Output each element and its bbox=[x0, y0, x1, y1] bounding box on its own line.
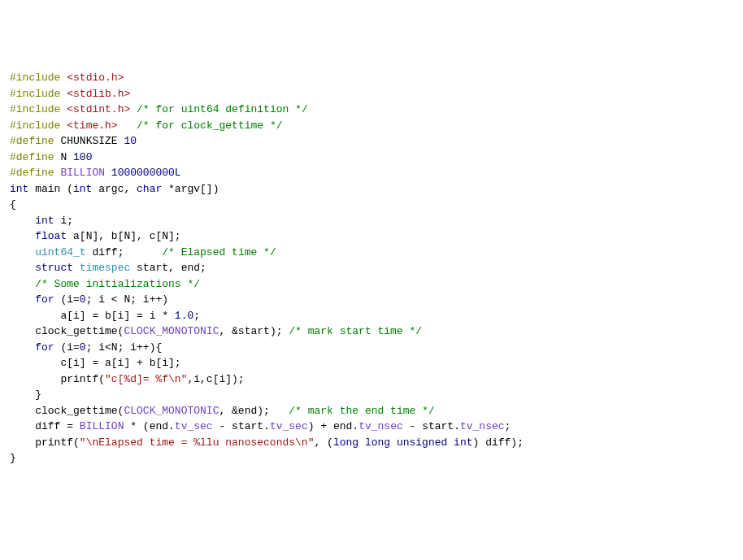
code-token: - start. bbox=[403, 420, 460, 432]
code-line: for (i=0; i<N; i++){ bbox=[10, 340, 733, 356]
code-token: CLOCK_MONOTONIC bbox=[124, 405, 219, 417]
code-token: # bbox=[10, 135, 16, 147]
code-token: 0 bbox=[80, 293, 86, 306]
code-token: /* for uint64 definition */ bbox=[137, 103, 308, 115]
code-token: BILLION bbox=[80, 420, 124, 432]
code-token: include bbox=[16, 72, 61, 84]
code-block: #include <stdio.h>#include <stdlib.h>#in… bbox=[10, 70, 733, 467]
code-line: uint64_t diff; /* Elapsed time */ bbox=[10, 245, 733, 261]
code-token bbox=[118, 119, 137, 132]
code-token: int bbox=[73, 183, 92, 195]
code-token: /* mark the end time */ bbox=[289, 405, 434, 417]
code-token bbox=[105, 167, 111, 179]
code-line: #include <stdlib.h> bbox=[10, 86, 733, 102]
code-token: ; bbox=[193, 310, 200, 322]
code-line: printf("c[%d]= %f\n",i,c[i]); bbox=[10, 371, 733, 388]
code-token: , &start); bbox=[219, 325, 289, 337]
code-token: "c[%d]= %f\n" bbox=[105, 373, 187, 385]
code-token: # bbox=[10, 151, 16, 163]
code-token: int bbox=[35, 215, 54, 227]
code-token: BILLION bbox=[60, 167, 105, 179]
code-token: # bbox=[10, 167, 16, 179]
code-token: define bbox=[16, 135, 54, 147]
code-token: 100 bbox=[73, 151, 92, 163]
code-token: } bbox=[10, 452, 16, 464]
code-token: include bbox=[16, 119, 61, 132]
code-line: #include <stdio.h> bbox=[10, 70, 733, 86]
code-token: define bbox=[16, 167, 54, 179]
code-token: uint64_t bbox=[35, 246, 85, 258]
code-token: 1.0 bbox=[175, 310, 193, 322]
code-token: /* for clock_gettime */ bbox=[137, 119, 282, 132]
code-token: main ( bbox=[28, 183, 73, 195]
code-line: printf("\nElapsed time = %llu nanosecond… bbox=[10, 435, 733, 451]
code-line: { bbox=[10, 197, 733, 213]
code-line: for (i=0; i < N; i++) bbox=[10, 292, 733, 308]
code-token: } bbox=[10, 389, 41, 401]
code-line: #include <time.h> /* for clock_gettime *… bbox=[10, 118, 733, 134]
code-line: c[i] = a[i] + b[i]; bbox=[10, 355, 733, 371]
code-token: <stdio.h> bbox=[67, 72, 124, 84]
code-token: tv_nsec bbox=[358, 420, 403, 432]
code-line: #include <stdint.h> /* for uint64 defini… bbox=[10, 102, 733, 118]
code-token: 10 bbox=[124, 135, 137, 147]
code-line: struct timespec start, end; bbox=[10, 260, 733, 276]
code-token: a[i] = b[i] = i * bbox=[10, 310, 175, 322]
code-token: tv_nsec bbox=[460, 420, 505, 432]
code-line: float a[N], b[N], c[N]; bbox=[10, 228, 733, 245]
code-token: 0 bbox=[80, 341, 86, 354]
code-token: printf( bbox=[10, 436, 80, 449]
code-token: ) diff); bbox=[473, 436, 524, 449]
code-token: include bbox=[16, 103, 61, 115]
code-token: diff; bbox=[86, 246, 163, 258]
code-token: (i= bbox=[54, 341, 80, 354]
code-token bbox=[10, 341, 35, 354]
code-line: /* Some initializations */ bbox=[10, 276, 733, 293]
code-token bbox=[73, 262, 80, 274]
code-line: int i; bbox=[10, 213, 733, 229]
code-line: } bbox=[10, 387, 733, 403]
code-token: # bbox=[10, 88, 16, 100]
code-token: - start. bbox=[213, 420, 270, 432]
code-token: # bbox=[10, 72, 16, 84]
code-token bbox=[10, 262, 35, 274]
code-token: start, end; bbox=[130, 262, 206, 274]
code-line: clock_gettime(CLOCK_MONOTONIC, &start); … bbox=[10, 323, 733, 340]
code-token: a[N], b[N], c[N]; bbox=[67, 230, 180, 242]
code-token bbox=[10, 246, 35, 258]
code-token: 1000000000L bbox=[111, 167, 181, 179]
code-token: int bbox=[10, 183, 28, 195]
code-token: <stdint.h> bbox=[67, 103, 130, 115]
code-token: include bbox=[16, 88, 61, 100]
code-token: argc, bbox=[92, 183, 137, 195]
code-token: <stdlib.h> bbox=[67, 88, 130, 100]
code-token: , ( bbox=[314, 436, 332, 449]
code-token: /* mark start time */ bbox=[289, 325, 422, 337]
code-token bbox=[10, 230, 35, 242]
code-token: printf( bbox=[10, 373, 105, 385]
code-token: N bbox=[54, 151, 73, 163]
code-token: long long unsigned int bbox=[333, 436, 473, 449]
code-token: for bbox=[35, 341, 54, 354]
code-token: float bbox=[35, 230, 67, 242]
code-line: clock_gettime(CLOCK_MONOTONIC, &end); /*… bbox=[10, 403, 733, 419]
code-token: struct bbox=[35, 262, 73, 274]
code-token: char bbox=[137, 183, 162, 195]
code-token bbox=[10, 293, 35, 306]
code-token: tv_sec bbox=[270, 420, 308, 432]
code-token: ) + end. bbox=[308, 420, 358, 432]
code-line: } bbox=[10, 450, 733, 467]
code-token: /* Some initializations */ bbox=[35, 278, 200, 290]
code-token: CLOCK_MONOTONIC bbox=[124, 325, 219, 337]
code-token: <time.h> bbox=[67, 119, 117, 132]
code-token: "\nElapsed time = %llu nanoseconds\n" bbox=[80, 436, 315, 449]
code-line: int main (int argc, char *argv[]) bbox=[10, 181, 733, 198]
code-token bbox=[10, 215, 35, 227]
code-line: #define N 100 bbox=[10, 150, 733, 166]
code-token: { bbox=[10, 198, 16, 211]
code-token: * (end. bbox=[124, 420, 174, 432]
code-token: diff = bbox=[10, 420, 80, 432]
code-token: for bbox=[35, 293, 54, 306]
code-token: ,i,c[i]); bbox=[187, 373, 244, 385]
code-token: tv_sec bbox=[175, 420, 213, 432]
